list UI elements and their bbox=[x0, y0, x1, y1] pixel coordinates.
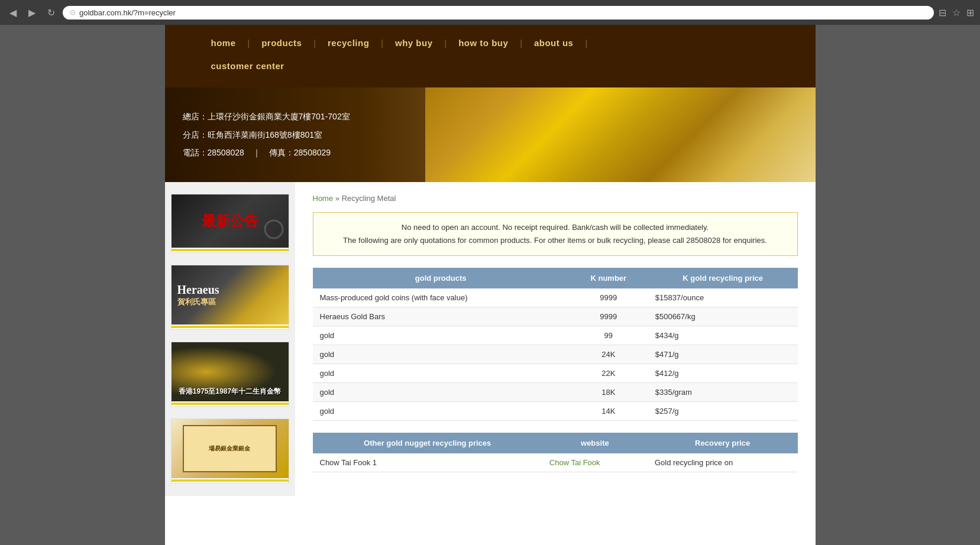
svg-point-0 bbox=[265, 220, 283, 238]
nav-sep-2: | bbox=[312, 38, 317, 48]
coins-image: 香港1975至1987年十二生肖金幣 bbox=[172, 342, 289, 401]
table2-row1-website: Chow Tai Fook bbox=[542, 453, 648, 472]
security-icon: ⊙ bbox=[70, 8, 76, 17]
hero-address: 總店：上環仔沙街金銀商業大廈7樓701-702室 分店：旺角西洋菜南街168號8… bbox=[165, 97, 368, 173]
sidebar-card-coins[interactable]: 香港1975至1987年十二生肖金幣 bbox=[171, 342, 289, 407]
address-line2: 分店：旺角西洋菜南街168號8樓801室 bbox=[183, 127, 350, 143]
page-wrapper: home | products | recycling | why buy | … bbox=[165, 25, 816, 545]
hero-gold-image bbox=[425, 87, 816, 182]
row5-k: 22K bbox=[569, 364, 648, 383]
nav-sep-5: | bbox=[519, 38, 523, 48]
row2-k: 9999 bbox=[569, 307, 648, 326]
yellow-divider-2 bbox=[172, 326, 289, 328]
row1-price: $15837/ounce bbox=[648, 288, 798, 307]
row4-k: 24K bbox=[569, 345, 648, 364]
heraeus-brand: Heraeus bbox=[177, 283, 219, 297]
sidebar: 最新公告 Heraeus 賀利氏專區 bbox=[165, 182, 295, 496]
nav-sep-6: | bbox=[584, 38, 588, 48]
chain-icon bbox=[262, 218, 286, 241]
scroll-inner: 場易銀金業銀金 bbox=[183, 425, 276, 472]
extensions-icon[interactable]: ⊞ bbox=[966, 7, 974, 18]
row7-k: 14K bbox=[569, 402, 648, 421]
yellow-divider-1 bbox=[172, 249, 289, 251]
nav-how-to-buy[interactable]: how to buy bbox=[448, 25, 519, 61]
notice-line2: The following are only quotations for co… bbox=[325, 234, 785, 247]
browser-chrome: ◀ ▶ ↻ ⊙ goldbar.com.hk/?m=recycler ⊟ ☆ ⊞ bbox=[0, 0, 980, 25]
table-row: gold 99 $434/g bbox=[313, 326, 798, 345]
table-row: Mass-produced gold coins (with face valu… bbox=[313, 288, 798, 307]
notice-line1: No need to open an account. No receipt r… bbox=[325, 221, 785, 234]
translate-icon[interactable]: ⊟ bbox=[939, 7, 946, 18]
address-line1: 總店：上環仔沙街金銀商業大廈7樓701-702室 bbox=[183, 109, 350, 125]
breadcrumb-home[interactable]: Home bbox=[313, 194, 334, 203]
refresh-button[interactable]: ↻ bbox=[44, 5, 58, 20]
breadcrumb: Home » Recycling Metal bbox=[313, 194, 798, 203]
phone-line: 電話：28508028 ｜ 傳真：28508029 bbox=[183, 145, 350, 161]
row4-price: $471/g bbox=[648, 345, 798, 364]
nav-products[interactable]: products bbox=[251, 25, 312, 61]
browser-toolbar: ⊟ ☆ ⊞ bbox=[939, 7, 974, 18]
nav-sep-1: | bbox=[247, 38, 251, 48]
row7-product: gold bbox=[313, 402, 569, 421]
table-row: gold 24K $471/g bbox=[313, 345, 798, 364]
nav-home[interactable]: home bbox=[200, 25, 247, 61]
nav-recycling[interactable]: recycling bbox=[317, 25, 380, 61]
nav-about-us[interactable]: about us bbox=[523, 25, 584, 61]
forward-button[interactable]: ▶ bbox=[25, 5, 39, 20]
table-row: gold 18K $335/gram bbox=[313, 383, 798, 402]
table2-header-price: Recovery price bbox=[648, 433, 798, 453]
nav-why-buy[interactable]: why buy bbox=[384, 25, 444, 61]
url-text: goldbar.com.hk/?m=recycler bbox=[79, 8, 176, 17]
row4-product: gold bbox=[313, 345, 569, 364]
heraeus-image: Heraeus 賀利氏專區 bbox=[172, 265, 289, 325]
row5-product: gold bbox=[313, 364, 569, 383]
table-row: gold 14K $257/g bbox=[313, 402, 798, 421]
table-row: gold 22K $412/g bbox=[313, 364, 798, 383]
site-header: home | products | recycling | why buy | … bbox=[165, 25, 816, 87]
row6-product: gold bbox=[313, 383, 569, 402]
table2-header-product: Other gold nugget recycling prices bbox=[313, 433, 542, 453]
content-area: 最新公告 Heraeus 賀利氏專區 bbox=[165, 182, 816, 496]
row6-k: 18K bbox=[569, 383, 648, 402]
bookmark-icon[interactable]: ☆ bbox=[952, 7, 960, 18]
main-content: Home » Recycling Metal No need to open a… bbox=[295, 182, 816, 496]
row3-price: $434/g bbox=[648, 326, 798, 345]
chow-tai-fook-link[interactable]: Chow Tai Fook bbox=[549, 458, 600, 467]
announcement-text: 最新公告 bbox=[202, 212, 258, 231]
table-row: Heraeus Gold Bars 9999 $500667/kg bbox=[313, 307, 798, 326]
breadcrumb-separator: » bbox=[335, 194, 342, 203]
yellow-divider-3 bbox=[172, 403, 289, 405]
table1-header-price: K gold recycling price bbox=[648, 268, 798, 288]
sidebar-card-announcement[interactable]: 最新公告 bbox=[171, 194, 289, 253]
row2-price: $500667/kg bbox=[648, 307, 798, 326]
scroll-image: 場易銀金業銀金 bbox=[172, 419, 289, 478]
row6-price: $335/gram bbox=[648, 383, 798, 402]
notice-box: No need to open an account. No receipt r… bbox=[313, 212, 798, 256]
other-gold-table: Other gold nugget recycling prices websi… bbox=[313, 433, 798, 472]
scroll-text: 場易銀金業銀金 bbox=[209, 445, 250, 453]
back-button[interactable]: ◀ bbox=[6, 5, 20, 20]
yellow-divider-4 bbox=[172, 479, 289, 482]
sidebar-card-scroll[interactable]: 場易銀金業銀金 bbox=[171, 419, 289, 484]
address-bar[interactable]: ⊙ goldbar.com.hk/?m=recycler bbox=[63, 6, 934, 20]
main-nav: home | products | recycling | why buy | … bbox=[177, 25, 804, 61]
table2-header-website: website bbox=[542, 433, 648, 453]
hero-banner: 總店：上環仔沙街金銀商業大廈7樓701-702室 分店：旺角西洋菜南街168號8… bbox=[165, 87, 816, 182]
table-row: Chow Tai Fook 1 Chow Tai Fook Gold recyc… bbox=[313, 453, 798, 472]
row2-product: Heraeus Gold Bars bbox=[313, 307, 569, 326]
nav-sep-3: | bbox=[380, 38, 384, 48]
nav-customer-center[interactable]: customer center bbox=[200, 61, 295, 84]
table2-row1-product: Chow Tai Fook 1 bbox=[313, 453, 542, 472]
row3-product: gold bbox=[313, 326, 569, 345]
table2-row1-price: Gold recycling price on bbox=[648, 453, 798, 472]
table1-header-product: gold products bbox=[313, 268, 569, 288]
nav-sep-4: | bbox=[444, 38, 448, 48]
row1-product: Mass-produced gold coins (with face valu… bbox=[313, 288, 569, 307]
row1-k: 9999 bbox=[569, 288, 648, 307]
table1-header-k: K number bbox=[569, 268, 648, 288]
announcement-image: 最新公告 bbox=[172, 194, 289, 248]
row3-k: 99 bbox=[569, 326, 648, 345]
sidebar-card-heraeus[interactable]: Heraeus 賀利氏專區 bbox=[171, 265, 289, 330]
secondary-nav: customer center bbox=[177, 61, 804, 87]
gold-price-table: gold products K number K gold recycling … bbox=[313, 268, 798, 421]
